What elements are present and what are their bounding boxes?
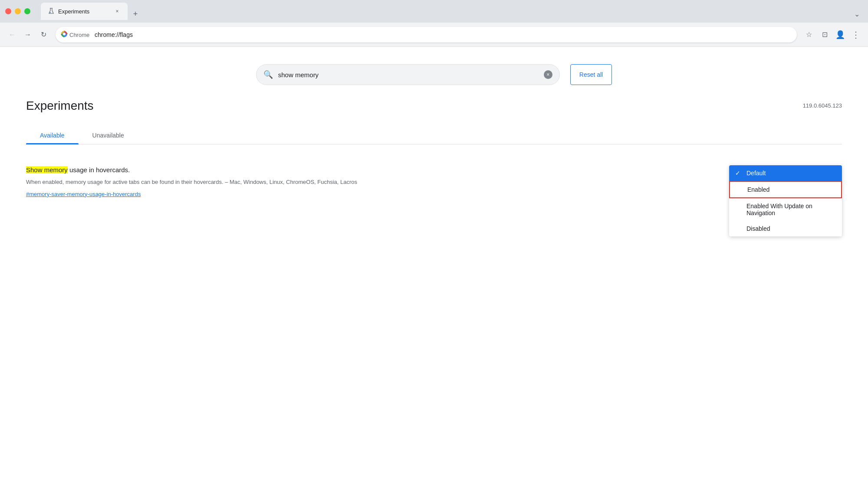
svg-point-0 [50, 12, 51, 13]
main-content: 🔍 × Reset all Experiments 119.0.6045.123… [0, 47, 868, 488]
toolbar: ← → ↻ Chrome ☆ ⊡ 👤 ⋮ [0, 23, 868, 47]
profile-button[interactable]: 👤 [833, 28, 847, 42]
page-header: Experiments 119.0.6045.123 [26, 99, 842, 113]
toolbar-actions: ☆ ⊡ 👤 ⋮ [802, 28, 863, 42]
window-expand-button[interactable]: ⌄ [851, 8, 863, 20]
tab-unavailable[interactable]: Unavailable [79, 127, 138, 144]
dropdown-option-enabled-nav[interactable]: Enabled With Update on Navigation [729, 198, 842, 221]
menu-icon: ⋮ [852, 29, 860, 40]
experiment-description: When enabled, memory usage for active ta… [26, 178, 417, 187]
check-mark-icon: ✓ [735, 170, 740, 177]
back-button[interactable]: ← [5, 28, 19, 42]
experiment-title-highlight: Show memory [26, 166, 68, 174]
search-container: 🔍 × Reset all [26, 64, 842, 85]
browser-tab[interactable]: Experiments × [41, 3, 128, 20]
experiment-title: Show memory usage in hovercards. [26, 165, 417, 174]
tab-close-button[interactable]: × [114, 8, 121, 15]
window-controls [5, 8, 30, 14]
search-input[interactable] [278, 71, 544, 79]
maximize-button[interactable] [24, 8, 30, 14]
tab-favicon [48, 8, 55, 15]
dropdown-option-enabled[interactable]: Enabled [729, 181, 842, 198]
experiment-row: Show memory usage in hovercards. When en… [26, 158, 842, 205]
dropdown-menu: ✓ Default Enabled Enabled With Update on… [729, 165, 842, 236]
tab-title: Experiments [58, 8, 110, 15]
search-clear-button[interactable]: × [544, 70, 552, 79]
bookmark-icon: ☆ [806, 30, 812, 39]
reset-all-button[interactable]: Reset all [570, 64, 612, 85]
bookmark-button[interactable]: ☆ [802, 28, 816, 42]
menu-button[interactable]: ⋮ [849, 28, 863, 42]
dropdown-option-disabled[interactable]: Disabled [729, 221, 842, 236]
tab-search-button[interactable]: ⊡ [818, 28, 832, 42]
title-bar: Experiments × + ⌄ [0, 0, 868, 23]
forward-button[interactable]: → [21, 28, 35, 42]
page-title: Experiments [26, 99, 94, 113]
tab-bar: Experiments × + ⌄ [41, 3, 863, 20]
svg-point-2 [63, 33, 66, 35]
reload-button[interactable]: ↻ [36, 28, 50, 42]
address-bar-container: Chrome [56, 27, 797, 43]
minimize-button[interactable] [15, 8, 21, 14]
tab-available[interactable]: Available [26, 127, 79, 144]
search-icon: 🔍 [263, 70, 273, 79]
back-icon: ← [9, 31, 16, 39]
experiment-title-suffix: usage in hovercards. [68, 166, 130, 174]
new-tab-button[interactable]: + [129, 8, 141, 20]
reload-icon: ↻ [41, 30, 46, 39]
address-input[interactable] [56, 27, 797, 43]
experiment-info: Show memory usage in hovercards. When en… [26, 165, 417, 198]
chrome-logo-icon [61, 30, 68, 39]
close-button[interactable] [5, 8, 11, 14]
version-text: 119.0.6045.123 [803, 102, 842, 109]
forward-icon: → [24, 31, 31, 39]
dropdown-option-default[interactable]: ✓ Default [729, 165, 842, 181]
search-bar: 🔍 × [256, 64, 560, 85]
profile-icon: 👤 [835, 30, 845, 39]
tab-search-icon: ⊡ [822, 30, 828, 39]
experiment-link[interactable]: #memory-saver-memory-usage-in-hovercards [26, 191, 141, 197]
tabs-container: Available Unavailable [26, 127, 842, 144]
